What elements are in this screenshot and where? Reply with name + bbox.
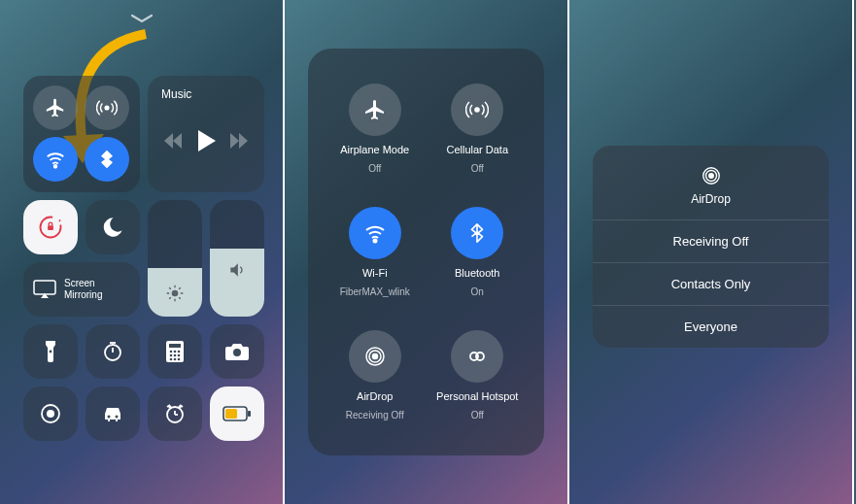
svg-line-12 xyxy=(169,297,171,299)
cellular-data-status: Off xyxy=(471,163,484,174)
svg-point-31 xyxy=(47,410,54,418)
airdrop-panel: AirDrop Receiving Off Contacts Only Ever… xyxy=(593,146,829,348)
svg-line-13 xyxy=(179,287,181,289)
volume-slider[interactable] xyxy=(210,200,264,317)
svg-point-5 xyxy=(172,290,179,297)
control-center-pane: Music Screen Mirroring xyxy=(0,0,285,504)
svg-point-1 xyxy=(54,165,57,168)
wifi-toggle[interactable] xyxy=(33,137,78,182)
airdrop-status: Receiving Off xyxy=(346,410,404,420)
svg-point-20 xyxy=(170,351,173,353)
calculator-button[interactable] xyxy=(148,324,202,379)
airdrop-icon xyxy=(349,330,401,383)
volume-icon xyxy=(227,260,247,280)
bluetooth-status: On xyxy=(471,286,484,297)
music-tile[interactable]: Music xyxy=(148,76,264,192)
connectivity-panel: Airplane Mode Off Cellular Data Off Wi-F… xyxy=(308,49,544,455)
svg-point-39 xyxy=(178,405,181,408)
airplane-mode-status: Off xyxy=(368,163,381,174)
svg-point-27 xyxy=(174,358,177,361)
wifi-item[interactable]: Wi-Fi FiberMAX_wlink xyxy=(324,199,427,305)
cellular-data-item[interactable]: Cellular Data Off xyxy=(427,76,530,182)
play-icon[interactable] xyxy=(196,130,216,151)
alarm-button[interactable] xyxy=(148,386,202,441)
airplane-icon xyxy=(349,84,401,136)
airdrop-header: AirDrop xyxy=(593,146,829,219)
bluetooth-toggle[interactable] xyxy=(85,137,129,182)
wifi-icon xyxy=(349,207,401,259)
flashlight-button[interactable] xyxy=(23,324,78,379)
airdrop-label: AirDrop xyxy=(357,390,393,402)
bluetooth-icon xyxy=(451,207,503,259)
airdrop-option-contacts-only[interactable]: Contacts Only xyxy=(593,262,829,305)
svg-point-40 xyxy=(168,405,171,408)
svg-point-23 xyxy=(170,354,173,357)
previous-track-icon[interactable] xyxy=(164,133,182,149)
svg-rect-19 xyxy=(169,344,181,348)
screen-record-button[interactable] xyxy=(23,386,78,441)
airplane-mode-toggle[interactable] xyxy=(33,85,78,130)
do-not-disturb-toggle[interactable] xyxy=(86,200,140,254)
airdrop-title: AirDrop xyxy=(691,192,731,206)
cellular-data-toggle[interactable] xyxy=(85,85,129,130)
brightness-icon xyxy=(165,284,185,303)
hotspot-icon xyxy=(451,330,503,383)
wifi-status: FiberMAX_wlink xyxy=(340,286,410,297)
svg-rect-3 xyxy=(48,225,53,230)
connectivity-tile[interactable] xyxy=(23,76,140,192)
camera-button[interactable] xyxy=(210,324,264,379)
personal-hotspot-item[interactable]: Personal Hotspot Off xyxy=(427,322,530,428)
airplay-icon xyxy=(33,280,56,299)
svg-point-21 xyxy=(174,351,177,353)
svg-rect-42 xyxy=(225,409,237,419)
svg-rect-43 xyxy=(248,411,251,417)
personal-hotspot-label: Personal Hotspot xyxy=(436,390,518,402)
svg-point-45 xyxy=(373,240,376,243)
airdrop-menu-pane: AirDrop Receiving Off Contacts Only Ever… xyxy=(569,0,854,504)
personal-hotspot-status: Off xyxy=(471,410,484,420)
svg-rect-4 xyxy=(34,281,55,294)
svg-point-25 xyxy=(178,354,181,357)
next-track-icon[interactable] xyxy=(230,133,248,149)
airplane-mode-label: Airplane Mode xyxy=(340,144,409,155)
svg-point-14 xyxy=(50,351,52,353)
airplane-mode-item[interactable]: Airplane Mode Off xyxy=(324,76,427,182)
screen-mirroring-label: Screen Mirroring xyxy=(64,278,102,301)
svg-point-24 xyxy=(174,354,177,357)
airdrop-icon xyxy=(701,165,722,186)
svg-point-46 xyxy=(372,354,377,359)
svg-point-44 xyxy=(475,108,479,112)
svg-line-10 xyxy=(169,287,171,289)
brightness-slider[interactable] xyxy=(148,200,202,317)
driving-mode-button[interactable] xyxy=(86,386,140,441)
svg-point-33 xyxy=(116,416,119,419)
airdrop-item[interactable]: AirDrop Receiving Off xyxy=(324,322,427,428)
orientation-lock-toggle[interactable] xyxy=(23,200,78,254)
antenna-icon xyxy=(451,84,503,136)
chevron-down-icon[interactable] xyxy=(129,12,154,25)
svg-point-32 xyxy=(108,416,111,419)
svg-point-51 xyxy=(708,174,713,179)
svg-point-28 xyxy=(178,358,181,361)
svg-point-0 xyxy=(105,106,109,110)
cellular-data-label: Cellular Data xyxy=(446,144,508,155)
svg-point-26 xyxy=(170,358,173,361)
bluetooth-label: Bluetooth xyxy=(455,267,499,279)
screen-mirroring-button[interactable]: Screen Mirroring xyxy=(23,262,140,317)
low-power-mode-toggle[interactable] xyxy=(210,386,264,441)
timer-button[interactable] xyxy=(86,324,140,379)
airdrop-option-receiving-off[interactable]: Receiving Off xyxy=(593,219,829,262)
bluetooth-item[interactable]: Bluetooth On xyxy=(427,199,530,305)
svg-point-29 xyxy=(233,349,241,356)
airdrop-option-everyone[interactable]: Everyone xyxy=(593,305,829,348)
svg-line-11 xyxy=(179,297,181,299)
wifi-label: Wi-Fi xyxy=(362,267,388,279)
connectivity-expanded-pane: Airplane Mode Off Cellular Data Off Wi-F… xyxy=(285,0,569,504)
music-label: Music xyxy=(161,87,255,101)
svg-point-22 xyxy=(178,351,181,353)
